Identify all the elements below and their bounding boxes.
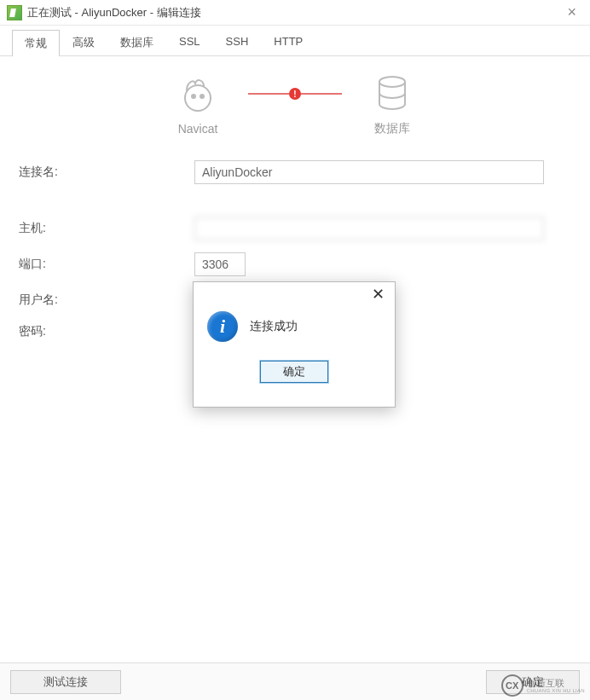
navicat-icon xyxy=(178,74,217,117)
tab-ssh[interactable]: SSH xyxy=(213,29,262,55)
diagram-navicat: Navicat xyxy=(151,74,245,136)
test-connection-button[interactable]: 测试连接 xyxy=(10,670,121,694)
watermark-icon: CX xyxy=(501,674,523,697)
tab-http[interactable]: HTTP xyxy=(261,29,315,55)
tab-advanced[interactable]: 高级 xyxy=(60,29,107,55)
tab-database[interactable]: 数据库 xyxy=(107,29,166,55)
watermark-sub: CHUANG XIN HU LIAN xyxy=(527,688,585,693)
tab-ssl[interactable]: SSL xyxy=(166,29,213,55)
user-label: 用户名: xyxy=(17,292,194,308)
titlebar: 正在测试 - AliyunDocker - 编辑连接 × xyxy=(0,0,590,26)
tab-bar: 常规 高级 数据库 SSL SSH HTTP xyxy=(0,29,590,56)
dialog-message: 连接成功 xyxy=(250,319,298,334)
conn-name-label: 连接名: xyxy=(17,165,194,180)
info-icon: i xyxy=(207,311,238,342)
app-icon xyxy=(7,5,22,20)
port-input[interactable] xyxy=(194,252,246,276)
watermark-brand: 创新互联 xyxy=(527,679,585,688)
diagram-db-label: 数据库 xyxy=(374,121,410,136)
svg-point-2 xyxy=(200,95,204,98)
port-label: 端口: xyxy=(17,257,194,272)
database-icon xyxy=(373,73,412,116)
host-label: 主机: xyxy=(17,221,194,236)
connection-diagram: Navicat 数据库 xyxy=(17,73,573,136)
watermark: CX 创新互联 CHUANG XIN HU LIAN xyxy=(501,674,585,697)
diagram-navicat-label: Navicat xyxy=(178,122,218,136)
diagram-database: 数据库 xyxy=(345,73,439,136)
tab-general[interactable]: 常规 xyxy=(12,30,60,56)
password-label: 密码: xyxy=(17,324,194,339)
svg-point-3 xyxy=(379,77,405,87)
host-input[interactable] xyxy=(194,217,544,240)
window-title: 正在测试 - AliyunDocker - 编辑连接 xyxy=(27,5,560,20)
conn-name-input[interactable] xyxy=(194,160,544,184)
close-icon[interactable]: × xyxy=(560,3,583,21)
svg-point-1 xyxy=(192,95,195,98)
svg-point-0 xyxy=(185,85,211,111)
dialog-ok-button[interactable]: 确定 xyxy=(260,361,328,383)
connection-error-icon xyxy=(248,93,342,95)
dialog-close-icon[interactable]: ✕ xyxy=(367,285,390,304)
message-dialog: ✕ i 连接成功 确定 xyxy=(193,281,396,408)
